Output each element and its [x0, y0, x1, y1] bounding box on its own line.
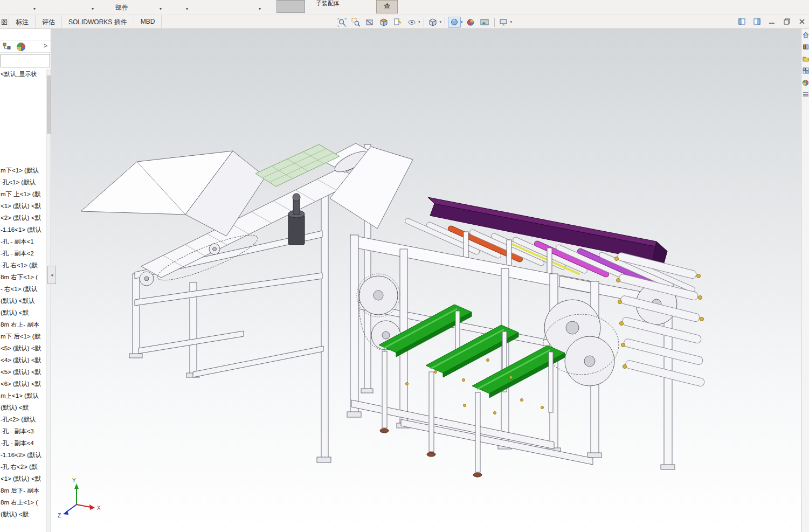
dropdown-caret-icon[interactable]: ▾ — [461, 20, 463, 24]
feature-tree-item[interactable]: -孔<2> (默认 — [1, 413, 46, 425]
feature-tree-item[interactable]: -孔 - 副本<4 — [1, 437, 46, 449]
toolbar-separator — [445, 18, 445, 27]
ribbon-tab[interactable]: 图 — [0, 15, 9, 29]
feature-tree-item[interactable]: -孔 - 副本<2 — [1, 247, 46, 259]
graphics-viewport[interactable]: Y X Z — [51, 29, 801, 532]
minimize-icon[interactable] — [767, 17, 777, 26]
view-orientation-cube-icon[interactable] — [377, 17, 390, 28]
feature-tree-item[interactable]: 8m 后下- 副本 — [1, 485, 46, 496]
feature-tree-item[interactable]: m上<1> (默认 — [1, 390, 46, 402]
task-pane-strip — [801, 29, 809, 532]
components-button[interactable]: 部件 — [115, 3, 128, 12]
feature-tree-item[interactable]: <4> (默认) <默 — [1, 354, 46, 366]
feature-tree-item[interactable]: -孔 - 副本<1 — [1, 236, 46, 247]
feature-tree-item[interactable]: <5> (默认) <默 — [1, 366, 46, 378]
feature-tree-item[interactable]: - 右<1> (默认 — [1, 283, 46, 295]
zoom-to-area-icon[interactable] — [349, 17, 362, 28]
command-manager-tabbar: 图标注评估SOLIDWORKS 插件MBD ▾ ▾ ▾ — [0, 15, 809, 29]
feature-manager-tabs: > — [0, 40, 51, 53]
feature-manager-panel: > <默认_显示状 m下<1> (默认-孔<1> (默认m下 上<1> (默<1… — [0, 29, 51, 532]
restore-icon[interactable] — [782, 17, 792, 26]
screen-options-icon[interactable] — [497, 17, 510, 28]
configuration-manager-icon[interactable] — [16, 42, 26, 54]
section-view-icon[interactable] — [363, 17, 376, 28]
feature-tree-item[interactable]: 8m 右下<1> ( — [1, 271, 46, 283]
feature-tree-item[interactable]: -孔 右<2> (默 — [1, 461, 46, 473]
orientation-triad[interactable]: Y X Z — [58, 478, 101, 519]
apply-scene-icon[interactable] — [479, 17, 492, 28]
triad-z-label: Z — [58, 513, 61, 519]
toolbar-separator — [494, 18, 495, 27]
feature-tree-item[interactable]: -孔 - 副本<3 — [1, 425, 46, 437]
item-visibility-icon[interactable] — [405, 17, 418, 28]
ribbon-large-button[interactable] — [276, 0, 305, 13]
evaluate-button[interactable]: 查 — [376, 0, 398, 13]
feature-tree-item[interactable]: <2> (默认) <默 — [1, 212, 46, 224]
panel-splitter-handle[interactable]: ◄ — [47, 266, 56, 284]
dropdown-caret-icon[interactable]: ▾ — [92, 6, 94, 11]
feature-tree-item[interactable]: m下<1> (默认 — [1, 164, 46, 176]
feature-tree-item[interactable]: -孔<1> (默认 — [1, 176, 46, 188]
panel-scrollbar[interactable] — [46, 69, 51, 532]
feature-tree-item[interactable]: -1.16<1> (默认 — [1, 224, 46, 236]
feature-tree-item[interactable]: -孔 右<1> (默 — [1, 259, 46, 271]
feature-tree-item[interactable]: (默认) <默 — [1, 307, 46, 319]
view-palette-icon[interactable] — [801, 65, 809, 77]
file-explorer-icon[interactable] — [801, 53, 809, 65]
feature-tree-item[interactable]: <1> (默认) <默 — [1, 200, 46, 212]
toolbar-separator — [424, 18, 424, 27]
feature-tree-item[interactable]: <6> (默认) <默 — [1, 378, 46, 390]
heads-up-toolbar: ▾ ▾ ▾ ▾ — [335, 16, 513, 28]
feature-tree: m下<1> (默认-孔<1> (默认m下 上<1> (默<1> (默认) <默<… — [1, 164, 46, 520]
display-state-combo[interactable] — [1, 54, 50, 67]
custom-properties-icon[interactable] — [801, 88, 809, 100]
zoom-to-fit-icon[interactable] — [335, 17, 348, 28]
ribbon: ▾ ▾ 部件 ▾ ▾ ▾ 子装配体 查 — [0, 0, 809, 15]
feature-tree-item[interactable]: 8m 右上- 副本 — [1, 319, 46, 330]
dropdown-caret-icon[interactable]: ▾ — [440, 20, 442, 24]
dropdown-caret-icon[interactable]: ▾ — [33, 6, 36, 11]
feature-tree-item[interactable]: m下 后<1> (默 — [1, 330, 46, 342]
feature-tree-item[interactable]: <5> (默认) <默 — [1, 342, 46, 354]
dropdown-caret-icon[interactable]: ▾ — [510, 20, 513, 24]
appearances-icon[interactable] — [801, 77, 809, 88]
feature-tree-item[interactable]: m下 上<1> (默 — [1, 188, 46, 200]
design-library-icon[interactable] — [801, 41, 809, 53]
feature-tree-item[interactable]: (默认) <默认 — [1, 295, 46, 307]
feature-tree-item[interactable]: (默认) <默 — [1, 508, 46, 520]
ribbon-tab[interactable]: 评估 — [36, 15, 62, 29]
window-controls — [737, 17, 807, 26]
panel-scrollbar-thumb[interactable] — [47, 75, 51, 134]
edit-appearance-icon[interactable] — [465, 17, 478, 28]
triad-x-label: X — [97, 505, 101, 511]
subassembly-button[interactable]: 子装配体 — [316, 1, 340, 6]
roller-conveyor-assembly[interactable] — [347, 197, 705, 477]
feature-tree-item[interactable]: (默认) <默 — [1, 402, 46, 413]
dropdown-caret-icon[interactable]: ▾ — [259, 6, 261, 11]
assembly-model[interactable]: Y X Z — [51, 29, 801, 532]
ribbon-tab[interactable]: 标注 — [9, 15, 36, 29]
pane-right-icon[interactable] — [752, 17, 762, 26]
annotation-views-icon[interactable] — [391, 17, 404, 28]
dropdown-caret-icon[interactable]: ▾ — [186, 6, 188, 11]
display-style-icon[interactable] — [427, 17, 440, 28]
dropdown-caret-icon[interactable]: ▾ — [160, 6, 162, 11]
resources-home-icon[interactable] — [801, 29, 809, 41]
ribbon-tab[interactable]: SOLIDWORKS 插件 — [62, 15, 134, 29]
feature-tree-root[interactable]: <默认_显示状 — [1, 70, 46, 78]
feature-tree-item[interactable]: 8m 右上<1> ( — [1, 496, 46, 508]
collapse-panel-chevron-icon[interactable]: > — [44, 42, 47, 50]
pane-left-icon[interactable] — [737, 17, 746, 26]
feature-manager-tree-icon[interactable] — [2, 42, 12, 54]
close-icon[interactable] — [797, 17, 807, 26]
feature-tree-item[interactable]: <1> (默认) <默 — [1, 473, 46, 485]
feature-tree-item[interactable]: -1.16<2> (默认 — [1, 449, 46, 461]
dropdown-caret-icon[interactable]: ▾ — [418, 20, 420, 24]
ribbon-tab[interactable]: MBD — [134, 15, 162, 29]
view-settings-icon[interactable] — [448, 17, 461, 28]
triad-y-label: Y — [72, 478, 76, 483]
